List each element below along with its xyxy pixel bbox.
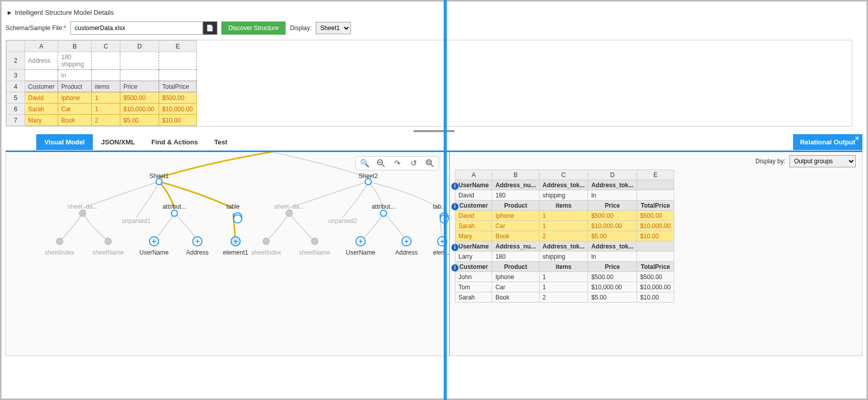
zoom-out-icon[interactable] (376, 159, 386, 168)
col-header[interactable]: E (159, 41, 197, 52)
table-row[interactable]: 3ln (7, 70, 197, 81)
svg-line-1 (382, 164, 385, 167)
browse-file-button[interactable]: 📄 (203, 21, 217, 35)
tab-visual-model[interactable]: Visual Model (36, 134, 93, 150)
tab-bar: Visual Model JSON/XML Find & Actions Tes… (6, 134, 862, 152)
vertical-splitter[interactable] (444, 0, 447, 400)
table-row[interactable]: JohnIphone1$500.00$500.00 (455, 272, 674, 282)
sample-data-grid-container: A B C D E 2Address180 shipping 3ln 4Cust… (6, 40, 852, 127)
tab-find-actions[interactable]: Find & Actions (143, 134, 206, 150)
node-sheetindex[interactable]: sheetIndex (251, 249, 282, 256)
section-header[interactable]: ▶ Intelligent Structure Model Details (6, 6, 862, 19)
node-sheet-data[interactable]: sheet_da... (67, 203, 97, 210)
col-header[interactable]: A (455, 170, 492, 180)
table-row[interactable]: 6SarahCar1$10,000.00$10,000.00 (7, 104, 197, 115)
node-username[interactable]: UserName (139, 249, 168, 256)
horizontal-splitter[interactable] (6, 129, 862, 134)
plus-icon[interactable]: + (231, 236, 241, 246)
table-row[interactable]: SarahCar1$10,000.00$10,000.00 (455, 221, 674, 231)
relational-output-button[interactable]: Relational Output ✕ (793, 134, 862, 150)
table-row[interactable]: 5DavidIphone1$500.00$500.00 (7, 92, 197, 104)
displayby-select[interactable]: Output groups (789, 155, 856, 167)
displayby-label: Display by: (755, 158, 785, 165)
node-circle-icon[interactable] (263, 238, 270, 245)
col-header[interactable]: C (539, 170, 588, 180)
node-table[interactable]: table (226, 203, 240, 210)
info-icon[interactable]: i (455, 203, 459, 210)
node-sheetname[interactable]: sheetName (299, 249, 330, 256)
group-header-row[interactable]: iUserNameAddress_nu...Address_tok...Addr… (455, 241, 674, 252)
plus-icon[interactable]: + (149, 236, 159, 246)
chevron-right-icon: ▶ (8, 10, 12, 15)
plus-icon[interactable]: + (355, 236, 366, 246)
display-select[interactable]: Sheet1 (316, 22, 351, 34)
col-header[interactable]: C (92, 41, 120, 52)
node-circle-icon[interactable] (171, 210, 178, 217)
file-label: Schema/Sample File:* (6, 24, 66, 32)
table-row[interactable]: MaryBook2$5.00$10.00 (455, 231, 674, 241)
file-icon: 📄 (206, 24, 214, 32)
displayby-row: Display by: Output groups (755, 155, 856, 167)
node-address[interactable]: Address (186, 249, 209, 256)
svg-rect-5 (428, 161, 430, 163)
table-row[interactable]: David180shippingln (455, 190, 674, 201)
zoom-in-icon[interactable]: 🔍 (360, 159, 369, 168)
svg-line-4 (431, 164, 433, 167)
group-header-row[interactable]: iCustomerProductitemsPriceTotalPrice (455, 201, 674, 211)
col-header[interactable]: E (637, 170, 674, 180)
node-circle-icon[interactable] (156, 178, 163, 185)
node-unparsed2[interactable]: unparsed2 (328, 217, 358, 224)
relational-output-panel: Display by: Output groups ABCDE iUserNam… (450, 152, 862, 356)
node-circle-icon[interactable] (311, 238, 318, 245)
node-element1[interactable]: element1 (223, 249, 248, 256)
tab-json-xml[interactable]: JSON/XML (93, 134, 143, 150)
table-row[interactable]: TomCar1$10,000.00$10,000.00 (455, 282, 674, 292)
node-circle-icon[interactable] (286, 210, 293, 217)
lower-split: 🔍 ↷ ↺ (6, 152, 862, 356)
rotate-right-icon[interactable]: ↷ (393, 159, 402, 168)
table-row[interactable]: Larry180shippingln (455, 252, 674, 262)
table-row[interactable]: 2Address180 shipping (7, 52, 197, 70)
output-grid[interactable]: ABCDE iUserNameAddress_nu...Address_tok.… (455, 169, 674, 303)
display-label: Display: (290, 24, 312, 32)
node-circle-icon[interactable] (56, 238, 63, 245)
file-input[interactable] (70, 21, 203, 35)
plus-icon[interactable]: + (192, 236, 202, 246)
undo-icon[interactable]: ↺ (409, 159, 418, 168)
node-sheetindex[interactable]: sheetIndex (45, 249, 75, 256)
node-circle-icon[interactable] (365, 178, 372, 185)
col-header[interactable]: B (58, 41, 92, 52)
form-row: Schema/Sample File:* 📄 Discover Structur… (6, 19, 862, 40)
sample-data-grid[interactable]: A B C D E 2Address180 shipping 3ln 4Cust… (6, 40, 197, 126)
table-row[interactable]: 4CustomerProductitemsPriceTotalPrice (7, 81, 197, 92)
table-row[interactable]: SarahBook2$5.00$10.00 (455, 292, 674, 303)
node-sheetname[interactable]: sheetName (92, 249, 123, 256)
node-circle-icon[interactable] (105, 238, 112, 245)
node-username[interactable]: UserName (346, 249, 375, 256)
discover-structure-button[interactable]: Discover Structure (221, 21, 286, 35)
table-row[interactable]: DavidIphone1$500.00$500.00 (455, 211, 674, 221)
col-header[interactable]: B (492, 170, 539, 180)
section-title: Intelligent Structure Model Details (15, 9, 114, 16)
info-icon[interactable]: i (455, 264, 459, 271)
group-header-row[interactable]: iCustomerProductitemsPriceTotalPrice (455, 262, 674, 272)
node-address[interactable]: Address (395, 249, 418, 256)
close-icon[interactable]: ✕ (855, 135, 859, 142)
col-header[interactable]: A (25, 41, 58, 52)
zoom-fit-icon[interactable] (425, 159, 435, 168)
node-circle-icon[interactable] (380, 210, 387, 217)
group-header-row[interactable]: iUserNameAddress_nu...Address_tok...Addr… (455, 180, 674, 190)
node-attribut[interactable]: attribut... (163, 203, 187, 210)
node-attribut[interactable]: attribut... (372, 203, 396, 210)
col-header[interactable]: D (120, 41, 159, 52)
plus-icon[interactable]: + (401, 236, 412, 246)
node-elem[interactable]: elem... (433, 249, 450, 256)
col-header[interactable]: D (588, 170, 637, 180)
node-circle-icon[interactable] (79, 210, 86, 217)
node-unparsed1[interactable]: unparsed1 (122, 217, 151, 224)
node-sheet-data[interactable]: sheet_da... (274, 203, 304, 210)
table-row[interactable]: 7MaryBook2$5.00$10.00 (7, 115, 197, 126)
svg-point-3 (426, 160, 431, 165)
tree-panel[interactable]: 🔍 ↷ ↺ (6, 152, 450, 356)
tab-test[interactable]: Test (206, 134, 236, 150)
